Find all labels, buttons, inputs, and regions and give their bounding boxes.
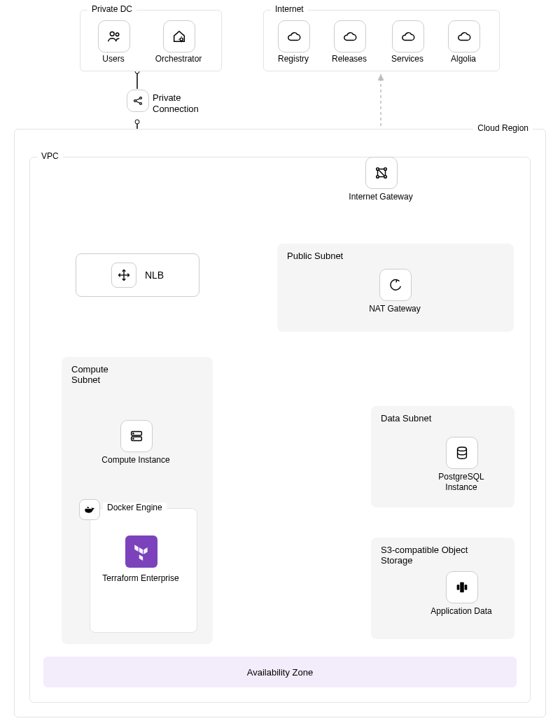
internet-label: Internet	[271, 4, 308, 14]
load-balancer-icon	[118, 269, 130, 281]
internet-gateway-node	[365, 157, 398, 189]
svg-line-19	[136, 99, 139, 101]
database-icon	[454, 445, 470, 461]
svg-rect-43	[465, 584, 468, 589]
svg-point-21	[377, 168, 379, 171]
compute-subnet-label: Compute Subnet	[71, 364, 127, 385]
nat-icon	[388, 277, 403, 293]
svg-point-34	[133, 433, 134, 434]
svg-line-29	[379, 170, 384, 175]
compute-instance-node	[120, 420, 153, 452]
architecture-diagram: Private DC Users Orchestrator Internet R…	[0, 0, 560, 728]
orchestrator-icon	[172, 29, 187, 44]
private-dc-label: Private DC	[88, 4, 136, 14]
algolia-node	[448, 20, 480, 52]
algolia-label: Algolia	[425, 54, 502, 64]
nlb-label: NLB	[145, 270, 164, 281]
private-connection-label: Private Connection	[153, 92, 216, 115]
internet-gateway-label: Internet Gateway	[342, 192, 419, 202]
docker-chip	[79, 499, 100, 520]
svg-line-20	[136, 102, 139, 104]
svg-point-23	[377, 176, 379, 178]
private-dc-group: Private DC Users Orchestrator	[80, 10, 222, 71]
services-node	[392, 20, 424, 52]
orchestrator-label: Orchestrator	[140, 54, 217, 64]
terraform-label: Terraform Enterprise	[102, 573, 179, 584]
nat-gateway-label: NAT Gateway	[356, 304, 433, 314]
svg-point-3	[135, 120, 139, 124]
orchestrator-node	[163, 20, 195, 52]
availability-zone: Availability Zone	[43, 657, 517, 687]
postgresql-node	[446, 437, 478, 469]
public-subnet-group: Public Subnet NAT Gateway	[277, 244, 514, 332]
users-node	[98, 20, 130, 52]
cloud-icon	[342, 29, 358, 44]
compute-instance-label: Compute Instance	[97, 455, 174, 465]
svg-point-24	[384, 176, 387, 178]
internet-group: Internet Registry Releases Services Algo…	[263, 10, 500, 71]
nat-gateway-node	[379, 269, 412, 301]
postgresql-label: PostgreSQL Instance	[423, 472, 500, 493]
docker-engine-label: Docker Engine	[103, 503, 167, 512]
availability-zone-label: Availability Zone	[247, 667, 313, 678]
docker-icon	[84, 504, 95, 515]
nlb-node: NLB	[76, 253, 200, 297]
svg-rect-39	[88, 507, 89, 508]
compute-subnet-group: Compute Subnet Compute Instance Docker E…	[62, 357, 213, 644]
share-icon	[132, 95, 144, 106]
terraform-node	[125, 536, 158, 568]
cloud-icon	[400, 29, 416, 44]
nlb-icon-wrap	[111, 262, 136, 288]
network-icon	[374, 165, 389, 181]
storage-icon	[454, 580, 470, 595]
releases-node	[334, 20, 366, 52]
data-subnet-label: Data Subnet	[381, 413, 431, 424]
registry-node	[278, 20, 310, 52]
svg-point-15	[180, 38, 183, 41]
svg-point-14	[115, 33, 118, 36]
svg-point-40	[458, 447, 467, 451]
svg-point-22	[384, 168, 387, 171]
terraform-icon	[132, 542, 150, 561]
cloud-icon	[456, 29, 472, 44]
server-icon	[129, 428, 144, 444]
application-data-node	[446, 571, 478, 603]
svg-point-18	[140, 103, 142, 105]
svg-point-17	[140, 97, 142, 99]
svg-point-13	[110, 31, 114, 36]
svg-point-35	[133, 438, 134, 439]
vpc-label: VPC	[37, 151, 63, 161]
docker-engine-group: Docker Engine Terraform Enterprise	[90, 508, 197, 633]
s3-subnet-group: S3-compatible Object Storage Application…	[371, 538, 514, 639]
users-icon	[106, 29, 122, 44]
data-subnet-group: Data Subnet PostgreSQL Instance	[371, 406, 514, 507]
application-data-label: Application Data	[423, 606, 500, 617]
s3-subnet-label: S3-compatible Object Storage	[381, 545, 472, 566]
svg-rect-42	[457, 584, 460, 589]
private-connection-node	[127, 90, 149, 112]
svg-point-16	[134, 100, 136, 102]
public-subnet-label: Public Subnet	[287, 251, 343, 261]
cloud-icon	[286, 29, 302, 44]
cloud-region-label: Cloud Region	[473, 123, 533, 133]
svg-rect-41	[460, 582, 464, 593]
